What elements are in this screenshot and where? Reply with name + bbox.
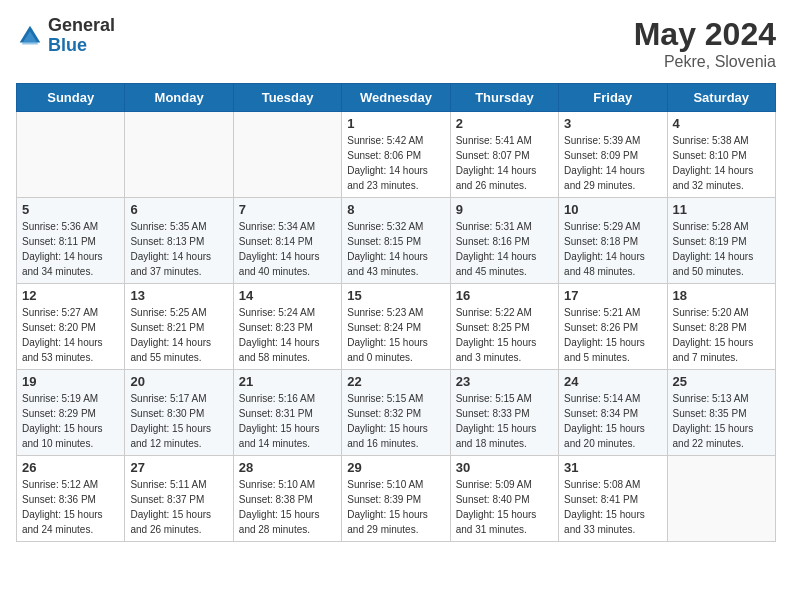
day-number: 20 [130, 374, 227, 389]
day-info: Sunrise: 5:36 AMSunset: 8:11 PMDaylight:… [22, 219, 119, 279]
calendar-cell: 8Sunrise: 5:32 AMSunset: 8:15 PMDaylight… [342, 198, 450, 284]
location: Pekre, Slovenia [634, 53, 776, 71]
day-info: Sunrise: 5:41 AMSunset: 8:07 PMDaylight:… [456, 133, 553, 193]
day-info: Sunrise: 5:24 AMSunset: 8:23 PMDaylight:… [239, 305, 336, 365]
day-info: Sunrise: 5:17 AMSunset: 8:30 PMDaylight:… [130, 391, 227, 451]
calendar-cell: 30Sunrise: 5:09 AMSunset: 8:40 PMDayligh… [450, 456, 558, 542]
day-number: 3 [564, 116, 661, 131]
weekday-header-monday: Monday [125, 84, 233, 112]
day-info: Sunrise: 5:15 AMSunset: 8:32 PMDaylight:… [347, 391, 444, 451]
weekday-header-sunday: Sunday [17, 84, 125, 112]
day-number: 13 [130, 288, 227, 303]
day-info: Sunrise: 5:21 AMSunset: 8:26 PMDaylight:… [564, 305, 661, 365]
calendar-cell: 1Sunrise: 5:42 AMSunset: 8:06 PMDaylight… [342, 112, 450, 198]
title-block: May 2024 Pekre, Slovenia [634, 16, 776, 71]
day-number: 24 [564, 374, 661, 389]
week-row-2: 5Sunrise: 5:36 AMSunset: 8:11 PMDaylight… [17, 198, 776, 284]
day-info: Sunrise: 5:42 AMSunset: 8:06 PMDaylight:… [347, 133, 444, 193]
week-row-1: 1Sunrise: 5:42 AMSunset: 8:06 PMDaylight… [17, 112, 776, 198]
page-header: General Blue May 2024 Pekre, Slovenia [16, 16, 776, 71]
calendar-cell: 21Sunrise: 5:16 AMSunset: 8:31 PMDayligh… [233, 370, 341, 456]
calendar-cell: 23Sunrise: 5:15 AMSunset: 8:33 PMDayligh… [450, 370, 558, 456]
day-info: Sunrise: 5:38 AMSunset: 8:10 PMDaylight:… [673, 133, 770, 193]
month-year: May 2024 [634, 16, 776, 53]
day-number: 7 [239, 202, 336, 217]
day-number: 17 [564, 288, 661, 303]
day-info: Sunrise: 5:10 AMSunset: 8:38 PMDaylight:… [239, 477, 336, 537]
day-number: 26 [22, 460, 119, 475]
day-number: 30 [456, 460, 553, 475]
day-info: Sunrise: 5:19 AMSunset: 8:29 PMDaylight:… [22, 391, 119, 451]
logo: General Blue [16, 16, 115, 56]
day-number: 19 [22, 374, 119, 389]
day-number: 22 [347, 374, 444, 389]
day-number: 8 [347, 202, 444, 217]
day-number: 1 [347, 116, 444, 131]
calendar-cell: 13Sunrise: 5:25 AMSunset: 8:21 PMDayligh… [125, 284, 233, 370]
calendar-cell: 28Sunrise: 5:10 AMSunset: 8:38 PMDayligh… [233, 456, 341, 542]
weekday-header-friday: Friday [559, 84, 667, 112]
day-info: Sunrise: 5:09 AMSunset: 8:40 PMDaylight:… [456, 477, 553, 537]
day-info: Sunrise: 5:31 AMSunset: 8:16 PMDaylight:… [456, 219, 553, 279]
week-row-3: 12Sunrise: 5:27 AMSunset: 8:20 PMDayligh… [17, 284, 776, 370]
calendar-cell: 12Sunrise: 5:27 AMSunset: 8:20 PMDayligh… [17, 284, 125, 370]
day-info: Sunrise: 5:22 AMSunset: 8:25 PMDaylight:… [456, 305, 553, 365]
day-number: 28 [239, 460, 336, 475]
day-number: 11 [673, 202, 770, 217]
calendar-cell: 2Sunrise: 5:41 AMSunset: 8:07 PMDaylight… [450, 112, 558, 198]
calendar-cell: 5Sunrise: 5:36 AMSunset: 8:11 PMDaylight… [17, 198, 125, 284]
day-number: 4 [673, 116, 770, 131]
day-info: Sunrise: 5:20 AMSunset: 8:28 PMDaylight:… [673, 305, 770, 365]
calendar-cell: 7Sunrise: 5:34 AMSunset: 8:14 PMDaylight… [233, 198, 341, 284]
weekday-header-saturday: Saturday [667, 84, 775, 112]
weekday-header-tuesday: Tuesday [233, 84, 341, 112]
day-number: 15 [347, 288, 444, 303]
calendar-cell: 3Sunrise: 5:39 AMSunset: 8:09 PMDaylight… [559, 112, 667, 198]
day-number: 10 [564, 202, 661, 217]
logo-icon [16, 22, 44, 50]
calendar-cell: 10Sunrise: 5:29 AMSunset: 8:18 PMDayligh… [559, 198, 667, 284]
calendar-cell: 27Sunrise: 5:11 AMSunset: 8:37 PMDayligh… [125, 456, 233, 542]
day-info: Sunrise: 5:39 AMSunset: 8:09 PMDaylight:… [564, 133, 661, 193]
calendar-cell: 24Sunrise: 5:14 AMSunset: 8:34 PMDayligh… [559, 370, 667, 456]
weekday-header-wednesday: Wednesday [342, 84, 450, 112]
day-info: Sunrise: 5:08 AMSunset: 8:41 PMDaylight:… [564, 477, 661, 537]
calendar-cell: 22Sunrise: 5:15 AMSunset: 8:32 PMDayligh… [342, 370, 450, 456]
calendar-cell: 18Sunrise: 5:20 AMSunset: 8:28 PMDayligh… [667, 284, 775, 370]
day-number: 31 [564, 460, 661, 475]
calendar-cell: 17Sunrise: 5:21 AMSunset: 8:26 PMDayligh… [559, 284, 667, 370]
logo-general-text: General [48, 16, 115, 36]
calendar-cell [233, 112, 341, 198]
day-info: Sunrise: 5:28 AMSunset: 8:19 PMDaylight:… [673, 219, 770, 279]
day-number: 6 [130, 202, 227, 217]
calendar-cell [667, 456, 775, 542]
day-number: 14 [239, 288, 336, 303]
weekday-header-row: SundayMondayTuesdayWednesdayThursdayFrid… [17, 84, 776, 112]
day-info: Sunrise: 5:23 AMSunset: 8:24 PMDaylight:… [347, 305, 444, 365]
day-number: 16 [456, 288, 553, 303]
day-info: Sunrise: 5:11 AMSunset: 8:37 PMDaylight:… [130, 477, 227, 537]
calendar-cell: 29Sunrise: 5:10 AMSunset: 8:39 PMDayligh… [342, 456, 450, 542]
day-info: Sunrise: 5:25 AMSunset: 8:21 PMDaylight:… [130, 305, 227, 365]
day-number: 9 [456, 202, 553, 217]
week-row-5: 26Sunrise: 5:12 AMSunset: 8:36 PMDayligh… [17, 456, 776, 542]
day-number: 23 [456, 374, 553, 389]
day-info: Sunrise: 5:29 AMSunset: 8:18 PMDaylight:… [564, 219, 661, 279]
day-info: Sunrise: 5:10 AMSunset: 8:39 PMDaylight:… [347, 477, 444, 537]
calendar-cell: 14Sunrise: 5:24 AMSunset: 8:23 PMDayligh… [233, 284, 341, 370]
day-info: Sunrise: 5:15 AMSunset: 8:33 PMDaylight:… [456, 391, 553, 451]
week-row-4: 19Sunrise: 5:19 AMSunset: 8:29 PMDayligh… [17, 370, 776, 456]
day-info: Sunrise: 5:13 AMSunset: 8:35 PMDaylight:… [673, 391, 770, 451]
day-info: Sunrise: 5:34 AMSunset: 8:14 PMDaylight:… [239, 219, 336, 279]
day-number: 2 [456, 116, 553, 131]
day-number: 18 [673, 288, 770, 303]
day-info: Sunrise: 5:16 AMSunset: 8:31 PMDaylight:… [239, 391, 336, 451]
calendar-cell: 20Sunrise: 5:17 AMSunset: 8:30 PMDayligh… [125, 370, 233, 456]
calendar-cell: 19Sunrise: 5:19 AMSunset: 8:29 PMDayligh… [17, 370, 125, 456]
calendar-cell [125, 112, 233, 198]
weekday-header-thursday: Thursday [450, 84, 558, 112]
calendar-cell: 26Sunrise: 5:12 AMSunset: 8:36 PMDayligh… [17, 456, 125, 542]
day-number: 27 [130, 460, 227, 475]
day-number: 12 [22, 288, 119, 303]
calendar-cell: 31Sunrise: 5:08 AMSunset: 8:41 PMDayligh… [559, 456, 667, 542]
